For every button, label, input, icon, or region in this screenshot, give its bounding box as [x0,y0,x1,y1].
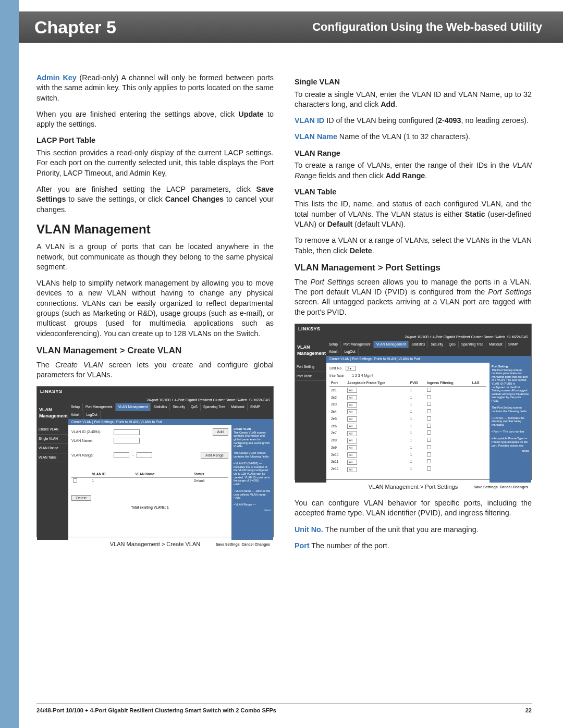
single-vlan-heading: Single VLAN [295,77,532,88]
create-vlan-para: The Create VLAN screen lets you create a… [36,360,274,380]
delete-button[interactable]: Delete [71,495,91,501]
port-settings-heading: VLAN Management > Port Settings [295,262,532,274]
table-row[interactable]: 2e4All1 [329,409,486,416]
page-footer: 24/48-Port 10/100 + 4-Port Gigabit Resil… [36,704,532,713]
shot1-help: Create VLAN The Create VLAN screen conta… [231,425,273,540]
table-row[interactable]: 1 Default [71,477,228,485]
save-settings-button[interactable]: Save Settings [474,485,498,489]
vlan-name-para: VLAN Name Name of the VLAN (1 to 32 char… [295,132,532,142]
create-vlan-heading: VLAN Management > Create VLAN [36,345,274,357]
shot1-tabs: Setup Port Management VLAN Management St… [68,403,273,425]
shot1-leftnav: Create VLAN Single VLAN VLAN Range VLAN … [37,425,68,540]
shot-create-vlan: LINKSYS 24-port 10/100 + 4-Port Gigabit … [36,386,274,537]
shot1-vlan-table: VLAN ID VLAN Name Status 1 Default [71,471,228,485]
lacp-table-para: This section provides a read-only displa… [36,148,274,178]
range-to-input[interactable] [137,452,152,458]
vlan-para-1: A VLAN is a group of ports that can be l… [36,242,274,272]
shot2-port-table: Port Acceptable Frame Type PVID Ingress … [329,380,486,473]
footer-page: 22 [525,707,532,713]
shot-port-settings: LINKSYS 24-port 10/100 + 4-Port Gigabit … [295,324,532,480]
footer-product: 24/48-Port 10/100 + 4-Port Gigabit Resil… [36,707,276,713]
cfg-para: You can configure VLAN behavior for spec… [295,498,532,519]
port-settings-screenshot: LINKSYS 24-port 10/100 + 4-Port Gigabit … [295,324,532,480]
shot1-section: VLAN Management [37,403,68,425]
vlan-range-para: To create a range of VLANs, enter the ra… [295,161,532,181]
table-row[interactable]: 2e3All1 [329,401,486,409]
chapter-title: Configuration Using the Web-based Utilit… [312,20,542,34]
shot2-tabs: Setup Port Management VLAN Management St… [326,341,531,363]
vlan-table-para: This lists the ID, name, and status of e… [295,199,532,229]
range-from-input[interactable] [114,452,129,458]
left-column: Admin Key (Read-only) A channel will onl… [36,73,274,557]
table-row[interactable]: 2e5All1 [329,415,486,423]
add-button[interactable]: Add [213,428,228,435]
vlan-id-input[interactable] [114,429,140,435]
lacp-port-table-heading: LACP Port Table [36,135,274,146]
table-row[interactable]: 2e8All1 [329,437,486,445]
vlan-name-input[interactable] [114,438,140,443]
shot1-brand: LINKSYS [37,387,273,396]
right-column: Single VLAN To create a single VLAN, ent… [295,73,532,557]
add-range-button[interactable]: Add Range [201,452,228,459]
shot2-brand: LINKSYS [295,324,531,334]
lacp-after-para: After you are finished setting the LACP … [36,184,274,215]
table-row[interactable]: 2e12All1 [329,466,486,473]
save-settings-button[interactable]: Save Settings [216,542,240,546]
vlan-management-heading: VLAN Management [36,221,274,238]
vlan-table-heading: VLAN Table [295,187,532,198]
port-para: Port The number of the port. [295,541,532,551]
table-row[interactable]: 2e10All1 [329,451,486,459]
row-checkbox[interactable] [73,478,77,483]
shot2-center: Unit No. 2 ▾ Interface 1 2 3 4 Mgmt Port… [326,363,489,483]
table-row[interactable]: 2e6All1 [329,423,486,430]
page-body: Admin Key (Read-only) A channel will onl… [36,73,532,557]
table-row[interactable]: 2e1All1 [329,387,486,394]
shot2-help: Port Setting The Port Setting screen con… [489,363,531,483]
shot2-section: VLAN Management [295,341,326,363]
shot2-leftnav: Port Setting Port Table [295,363,326,483]
table-row[interactable]: 2e11All1 [329,459,486,466]
vlan-para-2: VLANs help to simplify network managemen… [36,278,274,339]
admin-key-label: Admin Key [36,73,77,82]
unit-select[interactable]: 2 ▾ [346,366,356,371]
port-settings-para: The Port Settings screen allows you to m… [295,277,532,317]
unitno-para: Unit No. The number of the unit that you… [295,525,532,535]
vlan-range-heading: VLAN Range [295,149,532,159]
left-accent-bar [0,0,19,728]
table-row[interactable]: 2e2All1 [329,394,486,401]
chapter-header: Chapter 5 Configuration Using the Web-ba… [19,11,563,43]
update-para: When you are finished entering the setti… [36,109,274,130]
table-row[interactable]: 2e7All1 [329,430,486,437]
cancel-changes-button[interactable]: Cancel Changes [500,485,528,489]
single-vlan-para: To create a single VLAN, enter the VLAN … [295,90,532,110]
shot1-center: VLAN ID (2-4094): Add VLAN Name: VLAN Ra… [68,425,231,540]
vlan-id-para: VLAN ID ID of the VLAN being configured … [295,116,532,126]
admin-key-para: Admin Key (Read-only) A channel will onl… [36,73,274,103]
cancel-changes-button[interactable]: Cancel Changes [242,542,270,546]
create-vlan-screenshot: LINKSYS 24-port 10/100 + 4-Port Gigabit … [36,386,274,537]
vlan-remove-para: To remove a VLAN or a range of VLANs, se… [295,236,532,256]
table-row[interactable]: 2e9All1 [329,444,486,451]
chapter-number: Chapter 5 [34,17,116,38]
